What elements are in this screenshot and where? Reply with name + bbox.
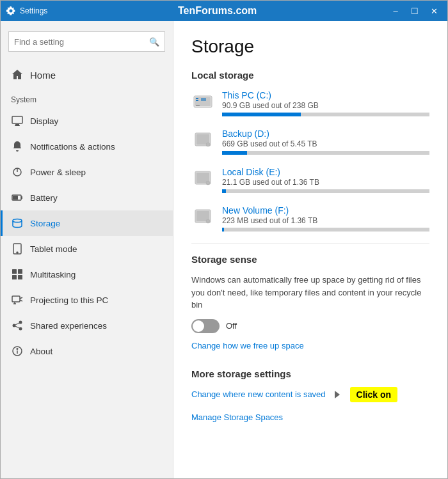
arrow-indicator xyxy=(331,388,344,401)
storage-sense-toggle[interactable] xyxy=(191,319,220,333)
drive-icon-d xyxy=(191,128,214,151)
local-storage-heading: Local storage xyxy=(191,70,429,81)
settings-gear-icon xyxy=(6,6,16,16)
tablet-icon xyxy=(11,242,24,255)
title-bar-left: Settings xyxy=(6,6,47,16)
svg-rect-13 xyxy=(12,275,17,279)
svg-point-22 xyxy=(19,327,22,331)
about-label: About xyxy=(30,347,52,356)
section-label: System xyxy=(1,88,173,108)
sidebar-item-tablet[interactable]: Tablet mode xyxy=(1,236,173,262)
close-button[interactable]: ✕ xyxy=(426,4,442,17)
sidebar: 🔍 Home System xyxy=(1,21,173,478)
storage-sense-heading: Storage sense xyxy=(191,254,429,265)
home-icon xyxy=(11,68,24,81)
power-icon xyxy=(11,166,24,178)
sidebar-item-battery[interactable]: Battery xyxy=(1,185,173,210)
drive-icon-f xyxy=(191,205,214,228)
svg-point-27 xyxy=(17,349,18,350)
projecting-label: Projecting to this PC xyxy=(30,295,108,305)
svg-point-20 xyxy=(13,324,16,327)
notifications-icon xyxy=(11,140,24,153)
change-free-space-link[interactable]: Change how we free up space xyxy=(191,341,304,350)
svg-rect-6 xyxy=(21,196,22,199)
progress-bar-e xyxy=(222,189,429,193)
svg-rect-30 xyxy=(196,105,200,106)
multitasking-label: Multitasking xyxy=(30,270,76,279)
sidebar-item-shared[interactable]: Shared experiences xyxy=(1,313,173,338)
svg-marker-43 xyxy=(335,391,340,398)
change-where-link[interactable]: Change where new content is saved xyxy=(191,389,326,399)
sidebar-item-power[interactable]: Power & sleep xyxy=(1,159,173,185)
drive-usage-e: 21.1 GB used out of 1.36 TB xyxy=(222,178,429,187)
power-label: Power & sleep xyxy=(30,168,86,177)
manage-storage-spaces-link[interactable]: Manage Storage Spaces xyxy=(191,412,283,422)
drive-name-d[interactable]: Backup (D:) xyxy=(222,129,269,139)
projecting-icon xyxy=(11,294,24,306)
drive-item-e: Local Disk (E:) 21.1 GB used out of 1.36… xyxy=(191,166,429,193)
notifications-label: Notifications & actions xyxy=(30,142,115,152)
display-label: Display xyxy=(30,116,58,126)
search-box[interactable]: 🔍 xyxy=(8,31,165,52)
sidebar-item-display[interactable]: Display xyxy=(1,108,173,134)
window-controls: – ☐ ✕ xyxy=(387,4,442,17)
storage-sense-description: Windows can automatically free up space … xyxy=(191,274,429,311)
settings-window: Settings TenForums.com – ☐ ✕ 🔍 xyxy=(0,0,448,479)
multitasking-icon xyxy=(11,268,24,281)
drive-icon-c xyxy=(191,90,214,113)
drive-usage-d: 669 GB used out of 5.45 TB xyxy=(222,139,429,148)
svg-line-23 xyxy=(15,323,19,325)
drive-info-c: This PC (C:) 90.9 GB used out of 238 GB xyxy=(222,90,429,116)
drive-usage-c: 90.9 GB used out of 238 GB xyxy=(222,101,429,110)
svg-rect-7 xyxy=(13,196,18,200)
svg-rect-1 xyxy=(15,124,19,125)
search-input[interactable] xyxy=(14,37,149,47)
minimize-button[interactable]: – xyxy=(387,4,404,17)
svg-rect-11 xyxy=(12,269,17,274)
home-label: Home xyxy=(30,70,56,81)
click-on-badge: Click on xyxy=(350,387,397,402)
toggle-label: Off xyxy=(226,321,237,331)
title-bar: Settings TenForums.com – ☐ ✕ xyxy=(1,1,447,21)
drive-name-e[interactable]: Local Disk (E:) xyxy=(222,167,280,177)
display-icon xyxy=(11,114,24,127)
change-where-row: Change where new content is saved Click … xyxy=(191,387,429,402)
svg-point-36 xyxy=(206,143,210,146)
svg-point-8 xyxy=(13,219,22,223)
about-icon xyxy=(11,345,24,357)
main-content: 🔍 Home System xyxy=(1,21,447,478)
sidebar-item-projecting[interactable]: Projecting to this PC xyxy=(1,287,173,313)
drive-item-c: This PC (C:) 90.9 GB used out of 238 GB xyxy=(191,90,429,116)
drive-name-c[interactable]: This PC (C:) xyxy=(222,90,271,100)
progress-fill-f xyxy=(222,228,224,232)
svg-point-10 xyxy=(17,252,18,253)
drive-info-e: Local Disk (E:) 21.1 GB used out of 1.36… xyxy=(222,166,429,193)
drive-icon-e xyxy=(191,166,214,189)
svg-rect-33 xyxy=(201,98,206,101)
main-panel: Storage Local storage This PC (C:) xyxy=(173,21,447,478)
sidebar-item-storage[interactable]: Storage xyxy=(1,210,173,236)
shared-icon xyxy=(11,319,24,332)
drive-info-d: Backup (D:) 669 GB used out of 5.45 TB xyxy=(222,128,429,155)
sidebar-item-notifications[interactable]: Notifications & actions xyxy=(1,134,173,159)
drive-item-f: New Volume (F:) 223 MB used out of 1.36 … xyxy=(191,205,429,232)
progress-bar-c xyxy=(222,113,429,116)
svg-rect-2 xyxy=(15,125,20,126)
progress-fill-c xyxy=(222,113,301,116)
svg-rect-14 xyxy=(18,275,22,279)
sidebar-item-multitasking[interactable]: Multitasking xyxy=(1,262,173,287)
page-title: Storage xyxy=(191,36,429,57)
app-title: Settings xyxy=(20,6,47,15)
drive-name-f[interactable]: New Volume (F:) xyxy=(222,205,289,216)
maximize-button[interactable]: ☐ xyxy=(406,4,423,17)
battery-label: Battery xyxy=(30,193,58,203)
sidebar-item-home[interactable]: Home xyxy=(1,62,173,88)
drive-info-f: New Volume (F:) 223 MB used out of 1.36 … xyxy=(222,205,429,232)
arrow-right-icon xyxy=(331,388,344,401)
svg-rect-32 xyxy=(196,100,198,101)
storage-sense-toggle-row: Off xyxy=(191,319,429,333)
storage-label: Storage xyxy=(30,219,60,228)
sidebar-item-about[interactable]: About xyxy=(1,338,173,364)
toggle-knob xyxy=(193,320,204,332)
svg-point-39 xyxy=(206,181,210,185)
